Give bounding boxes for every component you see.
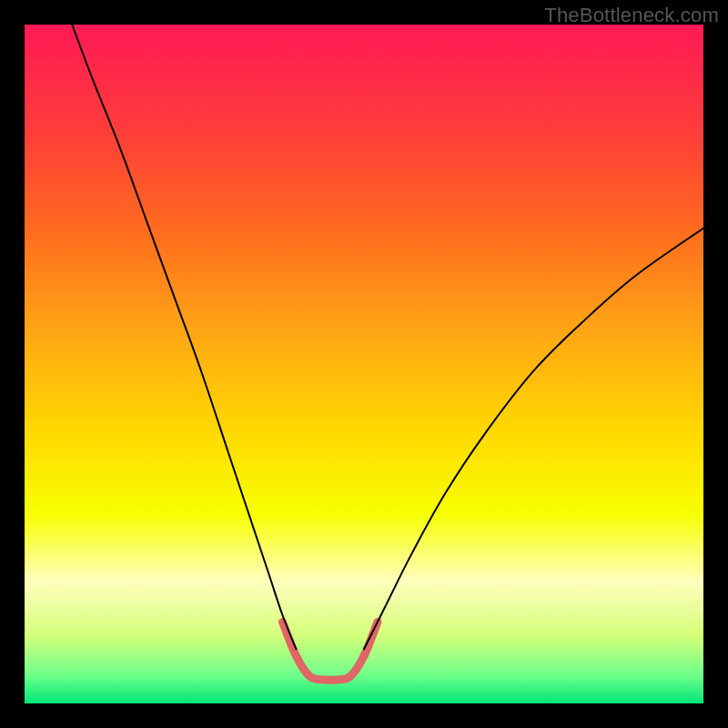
chart-frame: TheBottleneck.com [0, 0, 728, 728]
plot-area [25, 25, 703, 703]
chart-svg [25, 25, 703, 703]
gradient-background [25, 25, 703, 703]
